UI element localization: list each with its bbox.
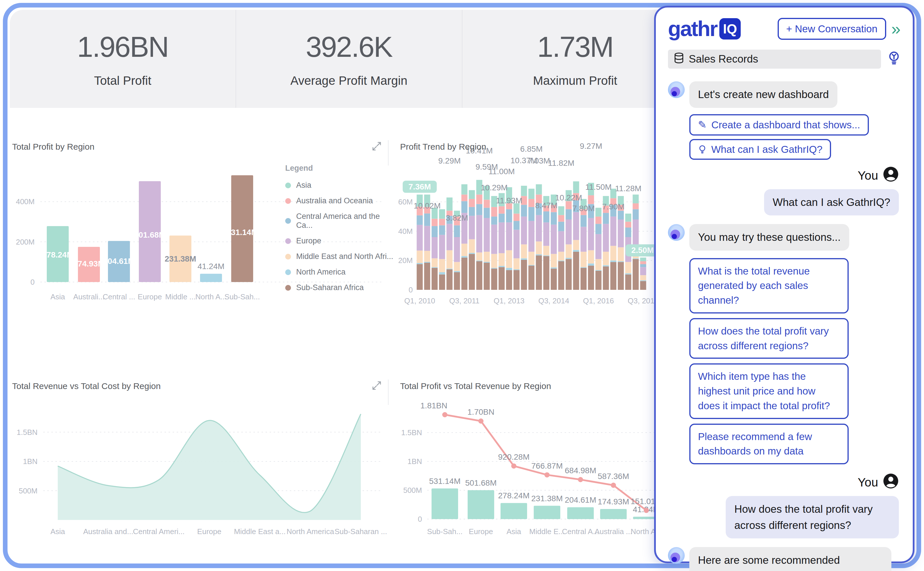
stacked-bar-segment[interactable]: [529, 265, 535, 266]
stacked-bar-segment[interactable]: [573, 250, 579, 252]
stacked-bar-segment[interactable]: [454, 225, 460, 237]
stacked-bar-segment[interactable]: [618, 262, 624, 290]
stacked-bar-segment[interactable]: [625, 275, 631, 290]
stacked-bar-segment[interactable]: [461, 256, 467, 258]
stacked-bar-segment[interactable]: [469, 253, 475, 254]
stacked-bar-segment[interactable]: [640, 264, 646, 267]
stacked-bar-segment[interactable]: [498, 222, 505, 253]
stacked-bar-segment[interactable]: [573, 181, 579, 193]
stacked-bar-segment[interactable]: [461, 201, 467, 213]
line-point[interactable]: [578, 477, 583, 482]
dataset-selector[interactable]: Sales Records: [668, 49, 881, 69]
stacked-bar-segment[interactable]: [580, 267, 587, 268]
stacked-bar-segment[interactable]: [417, 264, 423, 290]
stacked-bar-segment[interactable]: [521, 258, 527, 260]
stacked-bar-segment[interactable]: [514, 269, 520, 270]
stacked-bar-segment[interactable]: [566, 259, 572, 290]
bar-Middle E...[interactable]: [534, 506, 560, 519]
stacked-bar-segment[interactable]: [469, 239, 475, 253]
stacked-bar-segment[interactable]: [558, 222, 564, 231]
line-point[interactable]: [611, 483, 616, 488]
stacked-bar-segment[interactable]: [618, 261, 624, 262]
stacked-bar-segment[interactable]: [461, 194, 467, 201]
stacked-bar-segment[interactable]: [551, 269, 557, 290]
stacked-bar-segment[interactable]: [521, 205, 527, 216]
stacked-bar-segment[interactable]: [491, 254, 497, 268]
stacked-bar-segment[interactable]: [447, 250, 453, 269]
stacked-bar-segment[interactable]: [439, 209, 445, 219]
stacked-bar-segment[interactable]: [551, 212, 557, 225]
stacked-bar-segment[interactable]: [551, 225, 557, 254]
stacked-bar-segment[interactable]: [588, 264, 594, 266]
stacked-bar-segment[interactable]: [596, 208, 602, 216]
legend-item[interactable]: North America: [285, 268, 396, 276]
insights-bulb-icon[interactable]: [887, 51, 901, 67]
stacked-bar-segment[interactable]: [633, 209, 639, 219]
stacked-bar-segment[interactable]: [514, 230, 520, 258]
stacked-bar-segment[interactable]: [596, 224, 602, 234]
stacked-bar-segment[interactable]: [573, 212, 579, 240]
bar-Sub-Sah...[interactable]: [432, 489, 458, 519]
stacked-bar-segment[interactable]: [476, 215, 482, 253]
stacked-bar-segment[interactable]: [417, 263, 423, 264]
stacked-bar-segment[interactable]: [461, 244, 467, 256]
stacked-bar-segment[interactable]: [432, 226, 438, 237]
stacked-bar-segment[interactable]: [521, 186, 527, 196]
stacked-bar-segment[interactable]: [640, 281, 646, 290]
legend-item[interactable]: Australia and Oceania: [285, 196, 396, 205]
legend-item[interactable]: Central America and the Ca...: [285, 212, 396, 230]
stacked-bar-segment[interactable]: [521, 216, 527, 245]
stacked-bar-segment[interactable]: [640, 261, 646, 264]
stacked-bar-segment[interactable]: [610, 261, 616, 262]
stacked-bar-segment[interactable]: [514, 221, 520, 230]
stacked-bar-segment[interactable]: [461, 258, 467, 290]
stacked-bar-segment[interactable]: [543, 246, 549, 256]
stacked-bar-segment[interactable]: [566, 244, 572, 258]
stacked-bar-segment[interactable]: [498, 214, 505, 222]
stacked-bar-segment[interactable]: [491, 207, 497, 216]
stacked-bar-segment[interactable]: [596, 259, 602, 270]
stacked-bar-segment[interactable]: [529, 252, 535, 265]
stacked-bar-segment[interactable]: [536, 256, 542, 290]
stacked-bar-segment[interactable]: [596, 216, 602, 224]
bar-Asia[interactable]: [500, 503, 527, 519]
stacked-bar-segment[interactable]: [476, 194, 482, 204]
stacked-bar-segment[interactable]: [558, 215, 564, 222]
stacked-bar-segment[interactable]: [476, 252, 482, 261]
stacked-bar-segment[interactable]: [633, 259, 639, 290]
stacked-bar-segment[interactable]: [484, 262, 490, 263]
stacked-bar-segment[interactable]: [625, 273, 631, 275]
stacked-bar-segment[interactable]: [566, 258, 572, 259]
stacked-bar-segment[interactable]: [424, 251, 430, 262]
stacked-bar-segment[interactable]: [625, 228, 631, 237]
stacked-bar-segment[interactable]: [469, 207, 475, 216]
legend-item[interactable]: Sub-Saharan Africa: [285, 283, 396, 292]
quick-action-create-dashboard[interactable]: ✎ Create a dashboard that shows...: [689, 114, 869, 136]
stacked-bar-segment[interactable]: [476, 261, 482, 290]
stacked-bar-segment[interactable]: [498, 253, 505, 266]
stacked-bar-segment[interactable]: [484, 208, 490, 218]
stacked-bar-segment[interactable]: [439, 272, 445, 275]
stacked-bar-segment[interactable]: [633, 203, 639, 209]
stacked-bar-segment[interactable]: [603, 213, 609, 224]
stacked-bar-segment[interactable]: [625, 214, 631, 222]
stacked-bar-segment[interactable]: [469, 216, 475, 239]
suggested-question-1[interactable]: What is the total revenue generated by e…: [689, 258, 849, 313]
legend-item[interactable]: Europe: [285, 236, 396, 245]
stacked-bar-segment[interactable]: [566, 219, 572, 244]
stacked-bar-segment[interactable]: [461, 184, 467, 194]
stacked-bar-segment[interactable]: [417, 251, 423, 263]
stacked-bar-segment[interactable]: [424, 213, 430, 226]
stacked-bar-segment[interactable]: [447, 269, 453, 269]
stacked-bar-segment[interactable]: [529, 265, 535, 290]
stacked-bar-segment[interactable]: [625, 222, 631, 228]
stacked-bar-segment[interactable]: [536, 241, 542, 255]
stacked-bar-segment[interactable]: [432, 219, 438, 226]
stacked-bar-segment[interactable]: [558, 206, 564, 215]
stacked-bar-segment[interactable]: [469, 190, 475, 199]
stacked-bar-segment[interactable]: [439, 225, 445, 235]
stacked-bar-segment[interactable]: [491, 225, 497, 254]
stacked-bar-segment[interactable]: [491, 268, 497, 269]
stacked-bar-segment[interactable]: [625, 262, 631, 273]
stacked-bar-segment[interactable]: [558, 261, 564, 261]
